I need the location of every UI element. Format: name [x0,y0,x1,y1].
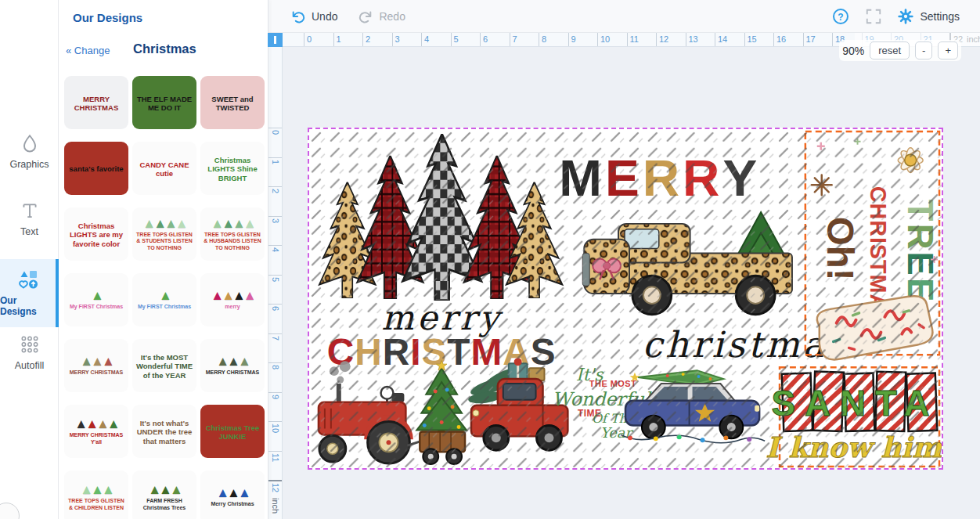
zoom-level: 90% [842,45,864,57]
designs-panel: Our Designs « Change Christmas MERRY CHR… [59,0,268,519]
design-thumbnail[interactable]: ▲▲▲MERRY CHRISTMAS [64,339,128,392]
design-thumbnail-label: It's the MOST Wonderful TIME of the YEAR [135,353,194,380]
sidebar-item-graphics[interactable]: Graphics [0,133,59,170]
wonderful-line: THE MOST [589,379,636,388]
text-icon [20,200,40,221]
zoom-in-button[interactable]: + [938,41,958,60]
design-thumbnail[interactable]: It's the MOST Wonderful TIME of the YEAR [132,339,196,392]
know-him-text: I know him! [766,431,942,463]
snowflake-graphic [812,175,832,195]
design-thumbnail[interactable]: ▲▲▲▲merry [200,273,265,326]
design-thumbnail[interactable]: CANDY CANE cutie [132,142,196,195]
design-thumbnail[interactable]: ▲My FIRST Christmas [132,273,196,326]
tree-icons: ▲▲▲▲ [142,217,186,230]
ruler-origin-box [268,33,283,47]
topbar: Undo Redo ? [268,0,980,33]
design-thumbnail[interactable]: ▲▲▲▲TREE TOPS GLISTEN & STUDENTS LISTEN … [132,207,196,261]
christmas-script-text: christmas [643,324,848,366]
undo-button[interactable]: Undo [290,9,337,23]
sidebar-item-label: Our Designs [0,295,56,317]
gear-icon [898,9,913,24]
design-thumbnail[interactable]: ▲My FIRST Christmas [64,273,128,326]
help-icon: ? [832,8,849,25]
design-thumbnail[interactable]: Christmas LIGHTS are my favorite color [64,207,128,261]
tree-word-text: TREE [900,200,940,304]
undo-label: Undo [312,10,337,23]
design-thumbnail-label: MERRY CHRISTMAS [67,95,126,113]
design-thumbnail[interactable]: Christmas Tree JUNKIE [200,405,265,458]
sidebar-item-text[interactable]: Text [0,200,59,237]
dots-grid-icon [20,334,40,355]
tree-icons: ▲▲▲▲ [211,289,254,302]
design-thumbnail-label: Christmas LIGHTS Shine BRIGHT [203,156,262,182]
design-thumbnail-label: MERRY CHRISTMAS [70,369,123,376]
tree-icons: ▲▲▲ [80,355,112,368]
settings-label: Settings [920,10,960,23]
sidebar-item-label: Text [20,226,38,237]
left-rail: Graphics Text Our Designs Autofill [0,0,59,519]
tree-icons: ▲▲▲ [216,486,248,499]
tree-icons: ▲▲▲ [216,355,248,368]
design-thumbnail-label: TREE TOPS GLISTEN & CHILDREN LISTEN [67,498,126,510]
droplet-icon [20,133,40,153]
change-category-link[interactable]: « Change [66,45,110,56]
design-thumbnail-label: MERRY CHRISTMAS [206,369,259,376]
design-thumbnail-label: FARM FRESH Christmas Trees [135,498,194,510]
design-thumbnail[interactable]: santa's favorite [64,142,128,195]
design-thumbnail-label: Christmas LIGHTS are my favorite color [67,222,126,248]
design-grid: MERRY CHRISTMASTHE ELF MADE ME DO ITSWEE… [64,76,265,519]
sidebar-item-label: Graphics [9,159,49,170]
fullscreen-icon [865,8,882,25]
design-thumbnail[interactable]: MERRY CHRISTMAS [64,76,128,129]
sidebar-item-autofill[interactable]: Autofill [0,334,59,371]
category-title: Christmas [133,41,196,56]
tree-icons: ▲▲▲ [80,483,112,496]
undo-icon [290,9,306,23]
shapes-icon [16,269,40,290]
design-thumbnail-label: SWEET and TWISTED [203,95,262,113]
design-thumbnail[interactable]: SWEET and TWISTED [200,76,265,129]
ruler-unit-label: inch [268,498,282,514]
zoom-reset-button[interactable]: reset [870,41,910,60]
zoom-out-button[interactable]: - [915,41,932,60]
tree-icons: ▲ [91,289,102,302]
editor-main: Undo Redo ? [268,0,980,519]
tree-icons: ▲▲▲▲ [74,417,117,431]
design-thumbnail-label: CANDY CANE cutie [135,160,194,178]
zoom-controls: 90% reset - + [839,40,961,61]
design-thumbnail[interactable]: Christmas LIGHTS Shine BRIGHT [200,142,265,195]
design-thumbnail-label: merry [225,304,240,310]
redo-button[interactable]: Redo [358,9,405,23]
design-thumbnail[interactable]: THE ELF MADE ME DO IT [132,76,196,129]
design-thumbnail-label: TREE TOPS GLISTEN & STUDENTS LISTEN TO N… [135,232,194,250]
tree-icons: ▲ [159,289,170,302]
design-santa-i-know-him[interactable]: SANTA I know him! [766,367,942,467]
design-thumbnail[interactable]: ▲▲▲Merry Christmas [200,470,265,519]
design-thumbnail[interactable]: ▲▲▲TREE TOPS GLISTEN & CHILDREN LISTEN [64,470,128,519]
svg-text:?: ? [838,12,844,23]
canvas-area[interactable]: merry CHRISTMAS MERRY [283,47,980,519]
redo-label: Redo [379,10,405,23]
design-thumbnail-label: THE ELF MADE ME DO IT [135,95,194,113]
help-button[interactable]: ? [832,8,849,25]
santa-word-text: SANTA [772,384,939,423]
oh-word-text: Oh! [820,217,861,281]
design-thumbnail-label: santa's favorite [69,164,123,173]
panel-title: Our Designs [73,11,142,24]
design-thumbnail[interactable]: ▲▲▲▲MERRY CHRISTMAS Y'all [64,405,128,458]
sidebar-item-label: Autofill [15,360,45,371]
fullscreen-button[interactable] [865,8,882,25]
ruler-unit-label: inch [967,33,980,46]
design-thumbnail-label: TREE TOPS GLISTEN & HUSBANDS LISTEN TO N… [203,232,262,250]
sidebar-item-our-designs[interactable]: Our Designs [0,259,59,327]
design-thumbnail-label: Merry Christmas [211,501,254,507]
design-thumbnail[interactable]: ▲▲▲MERRY CHRISTMAS [200,339,265,392]
design-thumbnail-label: It's not what's UNDER the tree that matt… [135,419,194,445]
design-thumbnail[interactable]: ▲▲▲▲TREE TOPS GLISTEN & HUSBANDS LISTEN … [200,207,265,261]
gang-sheet[interactable]: merry CHRISTMAS MERRY [308,128,943,470]
design-thumbnail[interactable]: It's not what's UNDER the tree that matt… [132,405,196,458]
design-thumbnail-label: MERRY CHRISTMAS Y'all [67,432,126,445]
design-thumbnail[interactable]: ▲▲▲FARM FRESH Christmas Trees [132,470,196,519]
settings-button[interactable]: Settings [898,9,960,24]
design-thumbnail-label: My FIRST Christmas [70,304,123,310]
